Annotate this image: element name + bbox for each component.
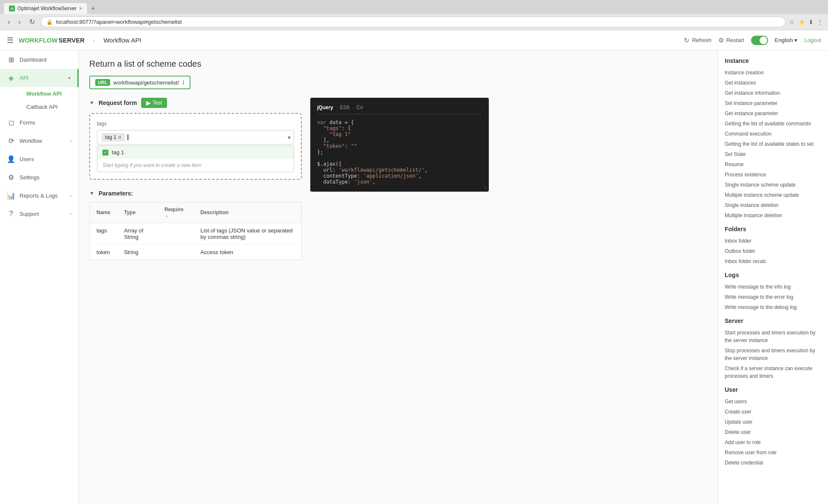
tab-title: Optimajet WorkflowServer [17,6,77,11]
sidebar-item-label: API [20,75,64,81]
sidebar-item-forms[interactable]: ◻ Forms [0,113,79,132]
rs-link-instance-creation[interactable]: Instance creation [725,68,821,78]
right-col: jQuery ES6 C# var data = { "tags": [ "ta… [310,98,707,270]
rs-link-single-scheme-update[interactable]: Single instance scheme update [725,180,821,190]
sidebar-item-api[interactable]: ◈ API ▾ [0,69,79,87]
rs-link-get-users[interactable]: Get users [725,396,821,407]
address-bar[interactable]: 🔒 localhost:8077/?apanel=workflowapi#get… [41,17,785,27]
hamburger-icon[interactable]: ☰ [7,36,14,45]
parameters-section: ▼ Parameters: Name Type Require ▲ [89,190,302,260]
tags-field-label: tags [97,121,294,127]
sidebar-item-reports[interactable]: 📊 Reports & Logs › [0,187,79,205]
sidebar-sub-item-callback-api[interactable]: Callback API [20,100,79,113]
tab-favicon: O [9,6,15,11]
rs-link-inbox-folder-recalc[interactable]: Inbox folder recalc [725,256,821,266]
rs-link-single-deletion[interactable]: Single instance deletion [725,200,821,210]
dropdown-item-tag1[interactable]: ✓ tag 1 [97,146,294,159]
download-icon[interactable]: ⬇ [808,19,814,25]
section-header-params[interactable]: ▼ Parameters: [89,190,302,197]
rs-link-multiple-deletion[interactable]: Multiple instance deletion [725,210,821,221]
section-header-request[interactable]: ▼ Request form ▶ Test [89,98,302,108]
restart-label: Restart [726,37,744,43]
tags-dropdown: ✓ tag 1 Start typing if you want to crea… [97,145,294,172]
col-header-name: Name [90,202,117,223]
chevron-down-icon: ▾ [68,75,71,81]
sidebar-item-workflow[interactable]: ⟳ Workflow › [0,132,79,150]
logout-button[interactable]: Logout [804,37,821,43]
refresh-button[interactable]: ↻ Refresh [684,37,712,44]
brand-workflow: WORKFLOW [19,37,58,44]
topbar: ☰ WORKFLOW SERVER › Workflow API ↻ Refre… [0,30,828,51]
tag-chip-text: tag 1 [105,134,116,140]
rs-link-process-existence[interactable]: Process existence [725,170,821,180]
rs-link-info-log[interactable]: Write message to the info log [725,282,821,292]
rs-link-get-instance-info[interactable]: Get instance information [725,88,821,98]
restart-button[interactable]: ⚙ Restart [718,37,744,44]
breadcrumb-separator: › [93,37,95,43]
api-submenu: Workflow API Callback API [0,87,79,113]
param-required [158,223,194,245]
rs-link-resume[interactable]: Resume [725,159,821,170]
rs-link-command-execution[interactable]: Command execution [725,129,821,139]
sidebar-item-label: Support [20,211,66,217]
rs-link-start-processes[interactable]: Start processes and timers execution by … [725,328,821,345]
rs-section-title-instance: Instance [725,57,821,64]
rs-link-inbox-folder[interactable]: Inbox folder [725,236,821,246]
rs-link-debug-log[interactable]: Write message to the debug log [725,302,821,312]
info-icon[interactable]: ℹ [182,79,184,86]
tags-input[interactable]: tag 1 × [97,130,294,144]
dropdown-placeholder: Start typing if you want to create a new… [97,159,294,172]
rs-link-remove-user-role[interactable]: Remove user from role [725,447,821,458]
request-form-section: ▼ Request form ▶ Test tags tag 1 [89,98,302,180]
back-button[interactable]: ‹ [5,17,12,27]
rs-link-check-server[interactable]: Check if a server instance can execute p… [725,363,821,381]
language-selector[interactable]: English ▾ [775,37,798,43]
rs-link-get-available-commands[interactable]: Getting the list of available commands [725,119,821,129]
rs-link-get-available-states[interactable]: Getting the list of available states to … [725,139,821,149]
api-icon: ◈ [7,74,15,82]
tag-chip-remove-icon[interactable]: × [118,134,122,141]
extensions-icon[interactable]: ⚡ [798,19,805,25]
sidebar-sub-item-workflow-api[interactable]: Workflow API [20,87,79,100]
sidebar-item-dashboard[interactable]: ⊞ Dashboard [0,51,79,69]
workflow-icon: ⟳ [7,137,15,145]
rs-link-add-user-role[interactable]: Add user to role [725,437,821,447]
forward-button[interactable]: › [16,17,23,27]
rs-link-set-instance-param[interactable]: Set instance parameter [725,98,821,108]
toggle-switch[interactable] [751,36,768,45]
rs-link-stop-processes[interactable]: Stop processes and timers execution by t… [725,345,821,363]
sidebar-item-users[interactable]: 👤 Users [0,150,79,168]
reload-button[interactable]: ↻ [27,17,37,27]
rs-link-update-user[interactable]: Update user [725,417,821,427]
rs-link-error-log[interactable]: Write message to the error log [725,292,821,302]
table-row: token String Access token [90,245,302,260]
rs-link-delete-user[interactable]: Delete user [725,427,821,437]
sidebar-item-support[interactable]: ? Support › [0,205,79,223]
browser-tab-active[interactable]: O Optimajet WorkflowServer × [3,3,88,14]
rs-link-delete-credential[interactable]: Delete credential [725,458,821,468]
forms-icon: ◻ [7,119,15,127]
test-btn-label: Test [153,100,162,106]
col-header-type: Type [117,202,158,223]
code-tab-jquery[interactable]: jQuery [317,105,333,110]
code-tab-es6[interactable]: ES6 [340,105,350,110]
bookmark-icon[interactable]: ☆ [789,19,794,25]
resize-handle[interactable]: ⤡ [484,185,487,190]
collapse-icon: ▼ [89,190,94,196]
rs-link-multiple-scheme-update[interactable]: Multiple instance scheme update [725,190,821,200]
rs-link-get-instance-param[interactable]: Get instance parameter [725,108,821,119]
sidebar-item-settings[interactable]: ⚙ Settings [0,168,79,187]
rs-link-create-user[interactable]: Create user [725,407,821,417]
rs-link-set-state[interactable]: Set State [725,149,821,159]
language-label: English [775,37,793,43]
rs-link-outbox-folder[interactable]: Outbox folder [725,246,821,256]
rs-link-get-instances[interactable]: Get instances [725,78,821,88]
two-col-layout: ▼ Request form ▶ Test tags tag 1 [89,98,707,270]
tab-close-icon[interactable]: × [79,6,82,11]
param-description: Access token [194,245,302,260]
new-tab-button[interactable]: + [88,3,98,14]
code-tab-csharp[interactable]: C# [357,105,363,110]
sidebar-item-label: Workflow [20,138,66,144]
test-button[interactable]: ▶ Test [141,98,167,108]
menu-icon[interactable]: ⋮ [817,19,823,25]
